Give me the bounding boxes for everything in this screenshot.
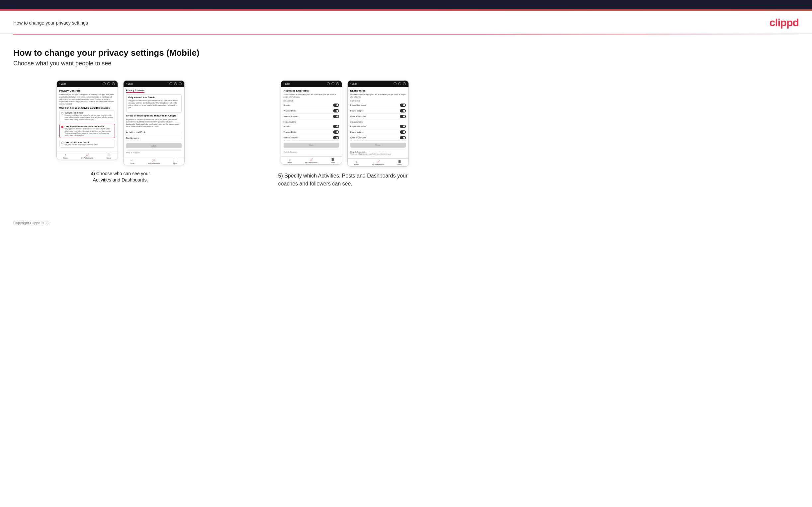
phone4-nav-icons [394,82,406,85]
section-left: ‹ Back Privacy Controls Control how you … [13,80,227,183]
phone4-row-workOn-followers: What To Work On [350,135,406,141]
settings-icon-3[interactable] [336,82,339,85]
phone3-content: Activities and Posts Select the types of… [281,87,342,156]
toggle-rounds-coaches[interactable] [333,104,339,107]
phone3-nav: ‹ Back [281,80,342,87]
toggle-workOn-followers[interactable] [400,136,406,139]
main-content: How to change your privacy settings (Mob… [0,35,465,214]
radio3[interactable] [61,142,63,144]
toggle-player-coaches[interactable] [400,104,406,107]
manual-followers-label: Manual Activities [284,137,299,139]
phone2-show-hide-desc: Regardless of the privacy controls that … [126,118,182,128]
phone3-row-manual-followers: Manual Activities [284,135,339,141]
toggle-drills-coaches[interactable] [333,109,339,112]
phone1-option1[interactable]: Everyone on Clippd Everyone on Clippd ca… [59,110,115,122]
workOn-coaches-label: What To Work On [350,115,366,117]
user-icon-2[interactable] [174,82,177,85]
menu-label: Menu [107,157,111,159]
toggle-insights-followers[interactable] [400,130,406,134]
phone1-option1-text: Everyone on Clippd Everyone on Clippd ca… [65,112,113,121]
user-icon-3[interactable] [332,82,335,85]
phone4-back-label: Back [352,82,357,85]
radio1[interactable] [61,112,63,114]
workOn-followers-label: What To Work On [350,137,366,139]
phone3-back-label: Back [285,82,290,85]
chevron-right-2: › [181,137,182,140]
search-icon[interactable] [103,82,106,85]
phone4-row-player-followers: Player Dashboard [350,124,406,129]
phone3-coaches-label: COACHES [284,100,339,102]
phone1-nav-menu[interactable]: ☰ Menu [107,153,111,159]
menu-icon-2: ☰ [174,159,177,162]
phone3-back[interactable]: ‹ Back [284,82,290,85]
phone2-dashboards-row[interactable]: Dashboards › [126,135,182,142]
phone-mockup-3: ‹ Back Activities and Posts Select the t… [281,80,342,165]
phone1-nav-performance[interactable]: 📈 My Performance [81,153,93,159]
phone2-save-button[interactable]: Save [126,143,182,148]
phone1-option3[interactable]: Only You and Your Coach Only you and the… [59,140,115,148]
phone-mockup-2: ‹ Back Privacy Controls [123,80,185,165]
phone1-nav-home[interactable]: ⌂ Home [63,153,68,159]
phone2-back[interactable]: ‹ Back [126,82,133,85]
user-icon[interactable] [107,82,110,85]
settings-icon-4[interactable] [403,82,406,85]
menu-label-3: Menu [331,162,335,164]
popup-desc: Only you and the coaches you connect wit… [129,100,179,109]
toggle-drills-followers[interactable] [333,130,339,134]
phone1-back[interactable]: ‹ Back [59,82,66,85]
performance-icon-3: 📈 [309,158,313,161]
phone4-save-button[interactable]: Save [350,143,406,148]
player-followers-label: Player Dashboard [350,125,366,127]
toggle-insights-coaches[interactable] [400,109,406,112]
option1-desc: Everyone on Clippd can search for you an… [65,114,113,121]
menu-label-4: Menu [398,164,402,166]
toggle-manual-coaches[interactable] [333,115,339,118]
phone3-row-manual-coaches: Manual Activities [284,114,339,119]
phone2-activities-row[interactable]: Activities and Posts › [126,129,182,135]
phone4-back[interactable]: ‹ Back [350,82,357,85]
toggle-manual-followers[interactable] [333,136,339,139]
phone2-help: Help & Support [126,150,182,155]
phone3-followers-label: FOLLOWERS [284,121,339,123]
phone2-nav-performance[interactable]: 📈 My Performance [148,159,160,164]
performance-label-4: My Performance [372,164,384,166]
radio2[interactable] [61,126,63,128]
option2-desc: Only approved followers and coaches you … [65,128,113,136]
option3-desc: Only you and the coaches you connect wit… [65,144,99,146]
toggle-player-followers[interactable] [400,125,406,128]
insights-followers-label: Round Insights [350,131,364,133]
phone4-row-insights-coaches: Round Insights [350,108,406,114]
user-icon-4[interactable] [398,82,401,85]
phone3-save-button[interactable]: Save [284,143,339,148]
phone2-nav-menu[interactable]: ☰ Menu [173,159,178,164]
settings-icon-2[interactable] [179,82,182,85]
phone3-row-drills-coaches: Practice Drills [284,108,339,114]
phone2-nav-home[interactable]: ⌂ Home [130,159,135,164]
phone1-option2[interactable]: Only Approved Followers and Your Coach O… [59,124,115,138]
phone1-content: Privacy Controls Control how you and you… [57,87,117,152]
top-bar-gradient [0,9,812,11]
phone4-nav-menu[interactable]: ☰ Menu [398,160,402,166]
activities-posts-label: Activities and Posts [126,131,146,133]
toggle-workOn-coaches[interactable] [400,115,406,118]
phone3-nav-home[interactable]: ⌂ Home [288,158,292,164]
toggle-rounds-followers[interactable] [333,125,339,128]
phone3-nav-menu[interactable]: ☰ Menu [331,158,335,164]
phone4-nav-home[interactable]: ⌂ Home [354,160,359,166]
phone1-nav-icons [103,82,115,85]
phone3-nav-performance[interactable]: 📈 My Performance [305,158,317,164]
search-icon-4[interactable] [394,82,397,85]
dashboards-label: Dashboards [126,137,139,139]
manual-coaches-label: Manual Activities [284,115,299,117]
phone4-nav-performance[interactable]: 📈 My Performance [372,160,384,166]
phone2-tab[interactable]: Privacy Controls [126,89,145,93]
option3-label: Only You and Your Coach [65,142,99,143]
popup-title: Only You and Your Coach [129,96,179,99]
phone4-row-workOn-coaches: What To Work On [350,114,406,119]
phone1-nav: ‹ Back [57,80,117,87]
settings-icon[interactable] [112,82,115,85]
insights-coaches-label: Round Insights [350,110,364,112]
search-icon-3[interactable] [327,82,330,85]
search-icon-2[interactable] [169,82,172,85]
phone4-section-title: Dashboards [350,89,406,92]
